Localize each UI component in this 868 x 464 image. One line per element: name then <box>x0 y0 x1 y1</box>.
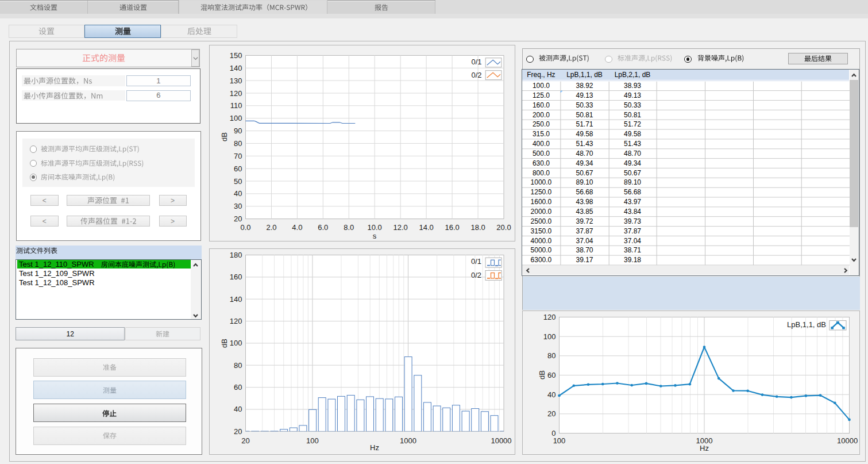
svg-text:40: 40 <box>234 189 242 198</box>
svg-text:100: 100 <box>306 436 319 445</box>
svg-text:100: 100 <box>229 339 242 347</box>
svg-text:4.0: 4.0 <box>292 223 302 232</box>
svg-text:80: 80 <box>547 351 555 360</box>
svg-text:16.0: 16.0 <box>445 223 459 232</box>
svg-text:dB: dB <box>538 370 546 379</box>
svg-text:100: 100 <box>553 436 565 445</box>
svg-text:50: 50 <box>234 177 242 186</box>
svg-text:2.0: 2.0 <box>266 223 276 232</box>
svg-text:100: 100 <box>229 114 242 122</box>
svg-text:20: 20 <box>234 214 242 223</box>
svg-text:80: 80 <box>234 361 242 370</box>
svg-text:0/2: 0/2 <box>471 71 481 79</box>
svg-text:140: 140 <box>229 295 242 304</box>
svg-text:12.0: 12.0 <box>393 223 407 232</box>
svg-text:60: 60 <box>234 383 242 392</box>
svg-text:130: 130 <box>229 76 242 85</box>
svg-text:6.0: 6.0 <box>318 223 328 232</box>
svg-text:40: 40 <box>234 405 242 413</box>
svg-text:14.0: 14.0 <box>419 223 433 232</box>
svg-text:0/1: 0/1 <box>471 57 481 66</box>
svg-text:90: 90 <box>234 126 242 135</box>
svg-text:110: 110 <box>230 101 242 110</box>
svg-text:0/1: 0/1 <box>470 257 481 266</box>
svg-text:140: 140 <box>229 64 242 72</box>
svg-text:60: 60 <box>234 164 242 173</box>
svg-text:Hz: Hz <box>370 443 379 452</box>
svg-text:20.0: 20.0 <box>496 223 511 232</box>
svg-text:10000: 10000 <box>491 436 511 445</box>
svg-text:40: 40 <box>547 390 555 399</box>
svg-text:120: 120 <box>229 89 242 98</box>
svg-text:20: 20 <box>547 409 555 418</box>
svg-text:30: 30 <box>234 202 242 210</box>
svg-text:120: 120 <box>543 313 555 321</box>
svg-text:8.0: 8.0 <box>344 223 354 232</box>
svg-text:s: s <box>372 232 376 240</box>
svg-text:0.0: 0.0 <box>240 223 250 232</box>
svg-text:150: 150 <box>229 51 242 60</box>
svg-text:100: 100 <box>543 332 555 341</box>
svg-text:180: 180 <box>229 251 242 259</box>
svg-text:0/2: 0/2 <box>470 271 481 279</box>
svg-text:dB: dB <box>219 339 228 348</box>
svg-text:dB: dB <box>219 132 228 141</box>
svg-text:10000: 10000 <box>837 436 858 445</box>
svg-text:80: 80 <box>234 139 242 148</box>
svg-text:Hz: Hz <box>700 444 709 453</box>
svg-text:60: 60 <box>547 371 555 379</box>
svg-text:10.0: 10.0 <box>367 223 381 232</box>
svg-text:20: 20 <box>241 436 249 445</box>
svg-text:160: 160 <box>229 273 242 281</box>
svg-text:LpB,1,1, dB: LpB,1,1, dB <box>787 320 826 329</box>
svg-text:120: 120 <box>229 317 242 325</box>
svg-text:1000: 1000 <box>400 436 416 445</box>
svg-text:70: 70 <box>234 152 242 160</box>
svg-text:20: 20 <box>234 427 242 436</box>
svg-text:18.0: 18.0 <box>470 223 485 232</box>
